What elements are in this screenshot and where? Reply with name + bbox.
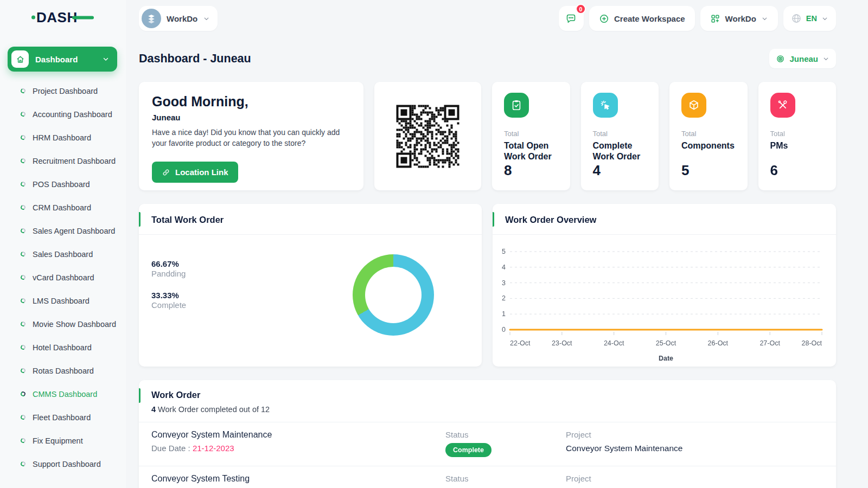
- app-switcher[interactable]: WorkDo: [700, 6, 778, 31]
- project-label: Project: [566, 430, 824, 439]
- sidebar-item-hotel-dashboard[interactable]: Hotel Dashboard: [0, 336, 126, 359]
- sidebar-item-support-dashboard[interactable]: Support Dashboard: [0, 452, 126, 476]
- bullet-ring-icon: [20, 298, 26, 304]
- svg-text:3: 3: [502, 279, 506, 287]
- sidebar-dashboard-button[interactable]: Dashboard: [8, 47, 117, 72]
- sidebar-item-lms-dashboard[interactable]: LMS Dashboard: [0, 289, 126, 312]
- chevron-down-icon: [761, 15, 768, 22]
- greeting-message: Have a nice day! Did you know that you c…: [152, 127, 350, 149]
- bullet-ring-icon: [20, 321, 26, 327]
- sidebar-item-accounting-dashboard[interactable]: Accounting Dashboard: [0, 102, 126, 126]
- svg-text:25-Oct: 25-Oct: [656, 339, 676, 347]
- bullet-ring-icon: [20, 204, 26, 210]
- stat-value: 4: [593, 162, 647, 179]
- workspace-label: WorkDo: [167, 14, 197, 23]
- svg-text:Date: Date: [659, 355, 673, 362]
- work-order-main-col: Conveyor System Testing: [151, 474, 445, 484]
- bullet-ring-icon: [20, 251, 26, 257]
- clipboard-check-icon: [504, 93, 529, 118]
- work-order-rows: Conveyor System MaintenanceDue Date : 21…: [139, 422, 836, 488]
- bullet-ring-icon: [20, 88, 26, 94]
- create-workspace-button[interactable]: Create Workspace: [589, 6, 695, 31]
- work-order-project-col: Project: [566, 474, 824, 484]
- sidebar: DASH Dashboard Project DashboardAccounti…: [0, 0, 126, 488]
- sidebar-menu: Project DashboardAccounting DashboardHRM…: [0, 79, 126, 476]
- bullet-ring-icon: [20, 414, 26, 420]
- chevron-down-icon: [821, 15, 828, 22]
- svg-text:4: 4: [502, 264, 506, 271]
- bullet-ring-icon: [20, 461, 26, 467]
- donut-card-title: Total Work Order: [139, 204, 482, 235]
- sidebar-item-pos-dashboard[interactable]: POS Dashboard: [0, 172, 126, 196]
- sidebar-item-project-dashboard[interactable]: Project Dashboard: [0, 79, 126, 102]
- project-name: Conveyor System Maintenance: [566, 444, 824, 453]
- chat-bubble-icon: [565, 13, 577, 24]
- status-label: Status: [445, 474, 566, 483]
- accent-bar: [493, 212, 494, 227]
- status-label: Status: [445, 430, 566, 439]
- work-order-name: Conveyor System Testing: [151, 474, 445, 484]
- svg-text:0: 0: [502, 326, 506, 333]
- due-date: Due Date : 21-12-2023: [151, 444, 445, 453]
- stat-card-total-open-work-order: TotalTotal Open Work Order8: [492, 82, 570, 190]
- location-link-button[interactable]: Location Link: [152, 162, 238, 183]
- greeting-card: Good Morning, Juneau Have a nice day! Di…: [139, 82, 363, 190]
- stat-total-label: Total: [593, 130, 647, 138]
- legend-label: Complete: [151, 300, 186, 310]
- bullet-ring-icon: [20, 228, 26, 234]
- sidebar-item-cmms-dashboard[interactable]: CMMS Dashboard: [0, 382, 126, 406]
- page-header: Dashboard - Juneau Juneau: [139, 49, 836, 68]
- bullet-ring-icon: [20, 158, 26, 164]
- sidebar-item-hrm-dashboard[interactable]: HRM Dashboard: [0, 126, 126, 149]
- sidebar-item-crm-dashboard[interactable]: CRM Dashboard: [0, 196, 126, 219]
- language-selector[interactable]: EN: [783, 6, 836, 31]
- sidebar-item-sales-agent-dashboard[interactable]: Sales Agent Dashboard: [0, 219, 126, 242]
- sidebar-item-fleet-dashboard[interactable]: Fleet Dashboard: [0, 406, 126, 429]
- donut-legend: 66.67%Pandding33.33%Complete: [151, 259, 186, 310]
- accent-bar: [139, 388, 141, 403]
- line-chart: 01234522-Oct23-Oct24-Oct25-Oct26-Oct27-O…: [493, 237, 836, 367]
- svg-text:DASH: DASH: [36, 9, 78, 25]
- cursor-click-icon: [593, 93, 618, 118]
- chevron-down-icon: [203, 15, 210, 22]
- sidebar-item-sales-dashboard[interactable]: Sales Dashboard: [0, 242, 126, 266]
- target-icon: [776, 54, 785, 63]
- main-content: WorkDo 0 Create Workspace: [126, 0, 868, 488]
- sidebar-item-vcard-dashboard[interactable]: vCard Dashboard: [0, 266, 126, 289]
- svg-text:26-Oct: 26-Oct: [708, 339, 729, 347]
- sidebar-dashboard-label: Dashboard: [35, 55, 102, 64]
- greeting-title: Good Morning,: [152, 94, 350, 110]
- stat-value: 5: [681, 162, 736, 179]
- bullet-ring-icon: [20, 111, 26, 117]
- legend-percent: 66.67%: [151, 259, 186, 268]
- svg-text:22-Oct: 22-Oct: [510, 339, 531, 347]
- stat-total-label: Total: [770, 130, 825, 138]
- home-icon: [11, 50, 29, 68]
- circle-plus-icon: [599, 14, 609, 24]
- work-order-status-col: Status: [445, 474, 566, 484]
- sidebar-item-rotas-dashboard[interactable]: Rotas Dashboard: [0, 359, 126, 382]
- location-selector[interactable]: Juneau: [769, 49, 836, 68]
- sidebar-item-label: Accounting Dashboard: [33, 110, 112, 119]
- work-order-row[interactable]: Conveyor System TestingStatusProject: [139, 466, 836, 488]
- accent-bar: [139, 212, 141, 227]
- stat-value: 6: [770, 162, 825, 179]
- messages-button[interactable]: 0: [559, 6, 584, 31]
- app-logo[interactable]: DASH: [0, 0, 126, 35]
- work-order-row[interactable]: Conveyor System MaintenanceDue Date : 21…: [139, 422, 836, 466]
- sidebar-item-fix-equipment[interactable]: Fix Equipment: [0, 429, 126, 452]
- qr-code-card: [374, 82, 481, 190]
- app-switcher-label: WorkDo: [725, 14, 756, 23]
- work-order-card: Work Order 4 Work Order completed out of…: [139, 380, 836, 488]
- legend-entry-complete: 33.33%Complete: [151, 291, 186, 310]
- workspace-switcher[interactable]: WorkDo: [139, 6, 218, 31]
- sidebar-item-movie-show-dashboard[interactable]: Movie Show Dashboard: [0, 312, 126, 336]
- page-title: Dashboard - Juneau: [139, 52, 251, 66]
- bullet-ring-icon: [20, 391, 26, 397]
- topbar: WorkDo 0 Create Workspace: [139, 0, 836, 35]
- donut-chart: [353, 254, 434, 336]
- sidebar-item-recruitment-dashboard[interactable]: Recruitment Dashboard: [0, 149, 126, 172]
- top-cards-row: Good Morning, Juneau Have a nice day! Di…: [139, 82, 836, 190]
- chevron-down-icon: [822, 55, 829, 62]
- donut-hole: [365, 267, 422, 323]
